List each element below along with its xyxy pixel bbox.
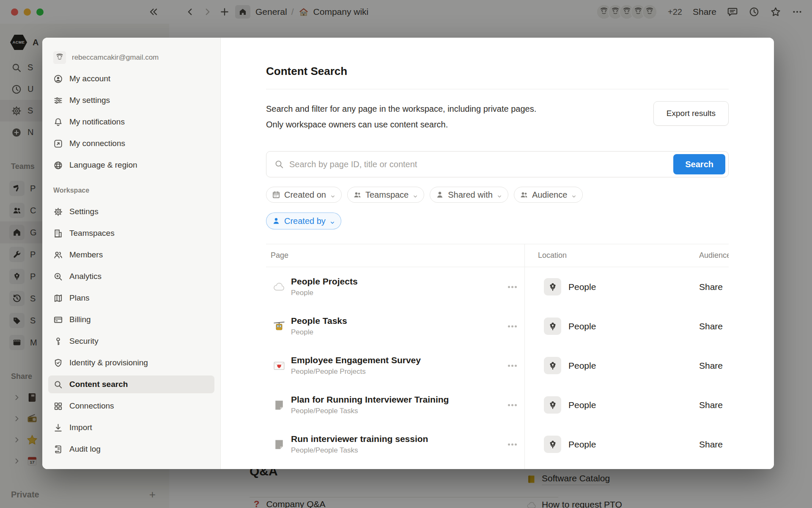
content-search-panel: Content Search Search and filter for any…	[221, 38, 774, 469]
page-title-cell[interactable]: Run interviewer training session	[291, 434, 428, 444]
settings-nav-item[interactable]: My notifications	[48, 113, 214, 131]
column-page: Page	[266, 251, 524, 260]
settings-nav-item[interactable]: Settings	[48, 203, 214, 221]
settings-nav-item-label: Billing	[69, 315, 91, 324]
page-path: People/People Tasks	[291, 407, 449, 415]
search-button[interactable]: Search	[673, 154, 725, 174]
settings-nav-item[interactable]: Teamspaces	[48, 224, 214, 242]
settings-nav-item-label: Content search	[69, 380, 128, 389]
row-menu-button[interactable]	[508, 325, 517, 327]
magnifier-icon	[53, 380, 63, 389]
row-menu-button[interactable]	[508, 443, 517, 445]
filter-chip[interactable]: Shared with	[430, 187, 508, 203]
tram-icon	[273, 320, 285, 333]
search-input[interactable]	[289, 160, 668, 169]
page-title: Content Search	[266, 65, 729, 78]
chevron-down-icon	[571, 192, 577, 198]
settings-nav-item[interactable]: Billing	[48, 311, 214, 329]
settings-nav-item-label: Language & region	[69, 160, 137, 170]
page-title-cell[interactable]: Employee Engagement Survey	[291, 355, 421, 365]
chevron-down-icon	[412, 192, 418, 198]
people2-icon	[53, 250, 63, 260]
filter-chip[interactable]: Created on	[266, 187, 342, 203]
settings-nav-item[interactable]: Members	[48, 246, 214, 264]
settings-nav-item[interactable]: My connections	[48, 135, 214, 152]
row-menu-button[interactable]	[508, 404, 517, 406]
settings-nav-item[interactable]: Plans	[48, 289, 214, 307]
workspace-section-label: Workspace	[48, 187, 214, 194]
chevron-down-icon	[329, 218, 335, 224]
chevron-down-icon	[330, 192, 336, 198]
calendar-icon	[272, 190, 280, 199]
search-icon	[274, 159, 284, 169]
teamspace-flower-icon	[544, 357, 561, 374]
filter-chip[interactable]: Audience	[514, 187, 583, 203]
audience-cell: Share	[699, 361, 729, 371]
description: Search and filter for any page in the wo…	[266, 101, 536, 133]
page-icon	[273, 438, 285, 451]
settings-nav-item-label: Import	[69, 423, 92, 432]
page-path: People/People Tasks	[291, 446, 428, 455]
table-row[interactable]: Employee Engagement Survey People/People…	[266, 346, 729, 385]
audience-cell: Share	[699, 439, 729, 450]
person-icon	[272, 217, 280, 225]
audience-cell: Share	[699, 282, 729, 292]
page-title-cell[interactable]: People Tasks	[291, 316, 347, 326]
filter-chip[interactable]: Teamspace	[347, 187, 424, 203]
table-row[interactable]: Plan for Running Interviewer Training Pe…	[266, 385, 729, 425]
settings-nav-item[interactable]: Audit log	[48, 440, 214, 458]
shield-check-icon	[53, 358, 63, 368]
settings-nav-item-label: Analytics	[69, 272, 102, 281]
account-avatar	[53, 51, 66, 64]
page-title-cell[interactable]: People Projects	[291, 276, 358, 287]
map-icon	[53, 293, 63, 303]
row-menu-button[interactable]	[508, 286, 517, 288]
results-table: Page Location Audience People Projects P…	[266, 244, 729, 464]
teamspace-flower-icon	[544, 278, 561, 295]
bell-icon	[53, 117, 63, 127]
created-by-filter-label: Created by	[284, 216, 326, 226]
settings-nav-item[interactable]: Security	[48, 332, 214, 350]
page-icon	[273, 399, 285, 411]
settings-nav-item-label: Teamspaces	[69, 229, 115, 238]
settings-nav-item[interactable]: Analytics	[48, 268, 214, 285]
card-icon	[53, 315, 63, 325]
audience-cell: Share	[699, 400, 729, 410]
account-header: rebeccamcakir@gmail.com	[48, 50, 214, 65]
table-row[interactable]: People Projects People People Share	[266, 267, 729, 306]
arrow-box-icon	[53, 139, 63, 149]
settings-nav-item-label: My settings	[69, 96, 110, 105]
export-results-button[interactable]: Export results	[653, 101, 729, 126]
search-bar: Search	[266, 151, 729, 177]
settings-nav-item[interactable]: Identity & provisioning	[48, 354, 214, 372]
settings-nav-item-label: My notifications	[69, 117, 125, 127]
settings-nav-item-label: Security	[69, 337, 99, 346]
page-title-cell[interactable]: Plan for Running Interviewer Training	[291, 395, 449, 405]
screen: General / Company wiki +22 Share ACME	[0, 0, 812, 508]
settings-nav-item-label: Identity & provisioning	[69, 358, 148, 367]
column-audience: Audience	[699, 251, 729, 260]
page-path: People	[291, 289, 358, 297]
table-header: Page Location Audience	[266, 244, 729, 267]
page-path: People	[291, 328, 347, 337]
settings-nav-item[interactable]: Connections	[48, 397, 214, 415]
settings-nav-item[interactable]: Import	[48, 419, 214, 436]
settings-nav-item[interactable]: My settings	[48, 91, 214, 109]
grid-icon	[53, 401, 63, 411]
created-by-filter-chip[interactable]: Created by	[266, 213, 341, 229]
teamspace-flower-icon	[544, 436, 561, 453]
table-row[interactable]: People Tasks People People Share	[266, 306, 729, 346]
page-path: People/People Projects	[291, 367, 421, 376]
row-menu-button[interactable]	[508, 364, 517, 367]
building-icon	[53, 229, 63, 238]
title-divider	[266, 89, 729, 89]
table-row[interactable]: Run interviewer training session People/…	[266, 425, 729, 464]
location-cell: People	[568, 321, 596, 331]
teamspace-flower-icon	[544, 396, 561, 414]
settings-nav-item[interactable]: Content search	[48, 375, 214, 393]
settings-nav-item-label: Audit log	[69, 444, 101, 454]
settings-nav-item[interactable]: My account	[48, 70, 214, 88]
settings-modal: rebeccamcakir@gmail.com My account My se…	[42, 38, 774, 469]
settings-nav-item[interactable]: Language & region	[48, 156, 214, 174]
settings-nav-item-label: Members	[69, 250, 103, 260]
